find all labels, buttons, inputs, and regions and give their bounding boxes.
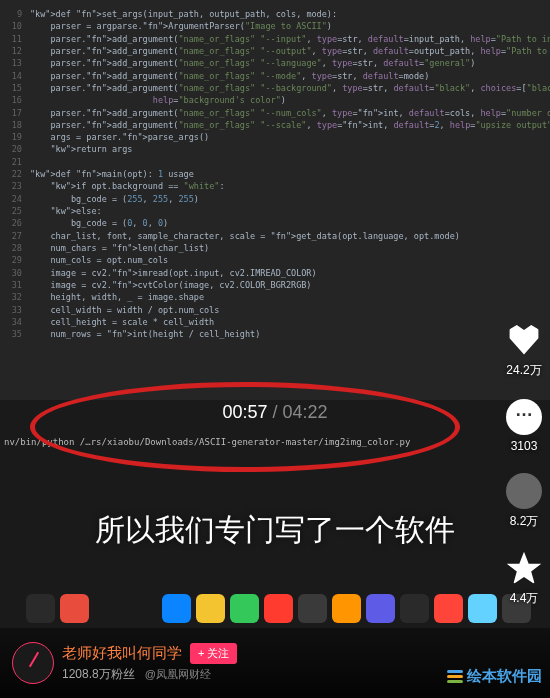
dock-app-icon[interactable]	[468, 594, 497, 623]
comment-button[interactable]: 3103	[506, 399, 542, 453]
like-button[interactable]: 24.2万	[506, 322, 542, 379]
watermark-text: 绘本软件园	[467, 667, 542, 686]
terminal-path: nv/bin/python /…rs/xiaobu/Downloads/ASCI…	[0, 435, 414, 449]
dock-app-icon[interactable]	[366, 594, 395, 623]
dock-app-icon[interactable]	[94, 594, 123, 623]
comment-count: 3103	[511, 439, 538, 453]
code-editor: 9"kw">def "fn">set_args(input_path, outp…	[0, 0, 550, 400]
macos-dock	[26, 594, 531, 623]
share-count: 8.2万	[510, 513, 539, 530]
duration: 04:22	[283, 402, 328, 422]
dock-app-icon[interactable]	[162, 594, 191, 623]
weibo-handle: @凤凰网财经	[145, 668, 211, 680]
engagement-sidebar: 24.2万 3103 8.2万 4.4万	[506, 322, 542, 623]
like-count: 24.2万	[506, 362, 541, 379]
heart-icon	[506, 322, 542, 358]
author-bar: 老师好我叫何同学 + 关注 1208.8万粉丝 @凤凰网财经	[0, 628, 550, 698]
subtitle-caption: 所以我们专门写了一个软件	[95, 510, 455, 551]
avatar[interactable]	[12, 642, 54, 684]
fans-count: 1208.8万粉丝	[62, 667, 135, 681]
author-name[interactable]: 老师好我叫何同学	[62, 644, 182, 663]
dock-app-icon[interactable]	[434, 594, 463, 623]
share-icon	[506, 473, 542, 509]
current-time: 00:57	[222, 402, 267, 422]
dock-app-icon[interactable]	[128, 594, 157, 623]
dock-app-icon[interactable]	[60, 594, 89, 623]
watermark: 绘本软件园	[447, 667, 542, 686]
comment-icon	[506, 399, 542, 435]
dock-app-icon[interactable]	[196, 594, 225, 623]
dock-app-icon[interactable]	[298, 594, 327, 623]
follow-button[interactable]: + 关注	[190, 643, 237, 664]
share-button[interactable]: 8.2万	[506, 473, 542, 530]
video-timer: 00:57 / 04:22	[222, 402, 327, 423]
dock-app-icon[interactable]	[400, 594, 429, 623]
dock-app-icon[interactable]	[264, 594, 293, 623]
dock-app-icon[interactable]	[26, 594, 55, 623]
favorite-button[interactable]: 4.4万	[506, 550, 542, 607]
star-icon	[506, 550, 542, 586]
dock-app-icon[interactable]	[230, 594, 259, 623]
favorite-count: 4.4万	[510, 590, 539, 607]
dock-app-icon[interactable]	[332, 594, 361, 623]
